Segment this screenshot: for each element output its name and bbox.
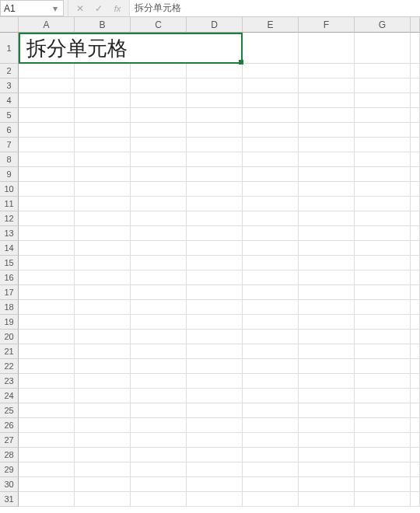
cell-partial[interactable] [411, 359, 420, 374]
cell[interactable] [131, 182, 187, 197]
cell[interactable] [243, 33, 299, 64]
cell[interactable] [131, 374, 187, 389]
cell[interactable] [131, 93, 187, 108]
cell[interactable] [19, 433, 75, 448]
cell[interactable] [299, 418, 355, 433]
cell[interactable] [243, 123, 299, 138]
cell[interactable] [355, 226, 411, 241]
row-header[interactable]: 7 [0, 138, 19, 152]
cell-partial[interactable] [411, 477, 420, 492]
row-header[interactable]: 12 [0, 211, 19, 226]
cell[interactable] [299, 138, 355, 152]
cell[interactable] [75, 462, 131, 477]
cell[interactable] [243, 226, 299, 241]
cell[interactable] [19, 64, 75, 79]
cell[interactable] [19, 389, 75, 403]
cell[interactable] [187, 270, 243, 285]
row-header[interactable]: 15 [0, 256, 19, 270]
cell[interactable] [299, 315, 355, 330]
cell[interactable] [187, 492, 243, 507]
cell[interactable] [355, 389, 411, 403]
row-header[interactable]: 5 [0, 108, 19, 123]
cell-partial[interactable] [411, 315, 420, 330]
row-header[interactable]: 21 [0, 344, 19, 359]
cell[interactable] [75, 300, 131, 315]
cell[interactable] [131, 344, 187, 359]
cell[interactable] [243, 167, 299, 182]
cell-partial[interactable] [411, 123, 420, 138]
cell[interactable] [355, 241, 411, 256]
cell[interactable] [75, 315, 131, 330]
cell[interactable] [243, 108, 299, 123]
cell[interactable] [19, 108, 75, 123]
cell[interactable] [19, 330, 75, 344]
cell[interactable] [187, 241, 243, 256]
cell[interactable] [75, 108, 131, 123]
row-header[interactable]: 18 [0, 300, 19, 315]
cell[interactable] [187, 300, 243, 315]
cell[interactable] [243, 344, 299, 359]
cell-partial[interactable] [411, 462, 420, 477]
cell-partial[interactable] [411, 79, 420, 93]
row-header[interactable]: 24 [0, 389, 19, 403]
active-cell-selection[interactable]: 拆分单元格 [19, 33, 243, 64]
cell[interactable] [187, 448, 243, 462]
cell[interactable] [187, 256, 243, 270]
row-header[interactable]: 19 [0, 315, 19, 330]
cell[interactable] [299, 330, 355, 344]
cell[interactable] [19, 138, 75, 152]
cell[interactable] [355, 167, 411, 182]
cell[interactable] [243, 418, 299, 433]
cell[interactable] [131, 241, 187, 256]
cell[interactable] [19, 344, 75, 359]
cell[interactable] [299, 241, 355, 256]
row-header[interactable]: 20 [0, 330, 19, 344]
cell[interactable] [243, 315, 299, 330]
cell[interactable] [243, 448, 299, 462]
cell[interactable] [355, 344, 411, 359]
cell[interactable] [131, 403, 187, 418]
row-header[interactable]: 2 [0, 64, 19, 79]
cell[interactable] [243, 433, 299, 448]
cell[interactable] [131, 197, 187, 211]
cell[interactable] [19, 403, 75, 418]
cell[interactable] [187, 462, 243, 477]
cell[interactable] [187, 344, 243, 359]
cell[interactable] [131, 359, 187, 374]
column-header[interactable]: F [299, 17, 355, 33]
cell-partial[interactable] [411, 418, 420, 433]
cell[interactable] [355, 374, 411, 389]
row-header[interactable]: 9 [0, 167, 19, 182]
cell-partial[interactable] [411, 138, 420, 152]
cell[interactable] [243, 93, 299, 108]
cell[interactable] [75, 79, 131, 93]
cell[interactable] [243, 241, 299, 256]
cell[interactable] [355, 330, 411, 344]
cell[interactable] [243, 359, 299, 374]
cell[interactable] [299, 433, 355, 448]
cell[interactable] [75, 285, 131, 300]
cell[interactable] [131, 462, 187, 477]
cell-partial[interactable] [411, 330, 420, 344]
cell[interactable] [75, 226, 131, 241]
cell[interactable] [187, 79, 243, 93]
cell[interactable] [187, 389, 243, 403]
cell[interactable] [131, 433, 187, 448]
cell[interactable] [299, 270, 355, 285]
cell[interactable] [131, 138, 187, 152]
cell[interactable] [243, 197, 299, 211]
cell[interactable] [243, 477, 299, 492]
cell[interactable] [299, 374, 355, 389]
column-header[interactable]: A [19, 17, 75, 33]
cell-partial[interactable] [411, 197, 420, 211]
row-header[interactable]: 30 [0, 477, 19, 492]
cell[interactable] [187, 123, 243, 138]
column-header[interactable]: E [243, 17, 299, 33]
cell[interactable] [131, 315, 187, 330]
cell[interactable] [75, 418, 131, 433]
cell[interactable] [355, 138, 411, 152]
cell[interactable] [355, 64, 411, 79]
cell[interactable] [299, 226, 355, 241]
cell-partial[interactable] [411, 226, 420, 241]
cell-partial[interactable] [411, 33, 420, 64]
